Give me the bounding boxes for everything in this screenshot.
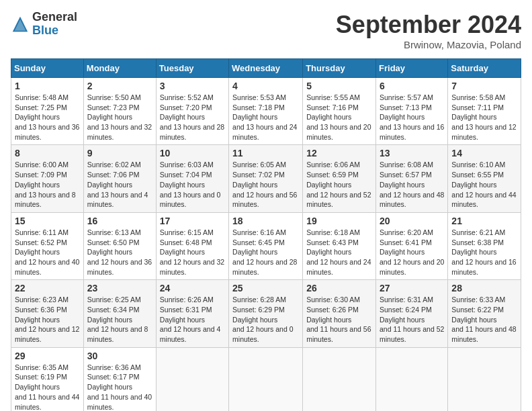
header-friday: Friday [376,59,448,78]
day-number: 27 [380,283,444,293]
day-info: Sunrise: 6:18 AM Sunset: 6:43 PM Dayligh… [306,228,372,277]
location: Brwinow, Mazovia, Poland [336,39,521,50]
header-tuesday: Tuesday [156,59,228,78]
day-info: Sunrise: 6:36 AM Sunset: 6:17 PM Dayligh… [87,363,152,411]
day-info: Sunrise: 5:55 AM Sunset: 7:16 PM Dayligh… [306,93,372,142]
day-info: Sunrise: 6:30 AM Sunset: 6:26 PM Dayligh… [306,295,372,344]
day-number: 1 [15,81,80,91]
day-number: 12 [306,148,372,158]
calendar-cell: 11 Sunrise: 6:05 AM Sunset: 7:02 PM Dayl… [229,145,303,212]
day-number: 26 [306,283,372,293]
header-sunday: Sunday [11,59,84,78]
day-info: Sunrise: 6:05 AM Sunset: 7:02 PM Dayligh… [232,160,299,209]
day-info: Sunrise: 6:28 AM Sunset: 6:29 PM Dayligh… [232,295,299,344]
day-info: Sunrise: 6:10 AM Sunset: 6:55 PM Dayligh… [451,160,517,209]
day-info: Sunrise: 6:13 AM Sunset: 6:50 PM Dayligh… [87,228,152,277]
calendar-cell: 24 Sunrise: 6:26 AM Sunset: 6:31 PM Dayl… [156,280,228,347]
day-info: Sunrise: 6:03 AM Sunset: 7:04 PM Dayligh… [160,160,225,209]
calendar-cell: 21 Sunrise: 6:21 AM Sunset: 6:38 PM Dayl… [448,212,521,279]
day-number: 16 [87,216,152,226]
calendar-cell: 3 Sunrise: 5:52 AM Sunset: 7:20 PM Dayli… [156,78,228,145]
calendar-cell: 9 Sunrise: 6:02 AM Sunset: 7:06 PM Dayli… [83,145,156,212]
day-number: 22 [15,283,80,293]
day-info: Sunrise: 5:48 AM Sunset: 7:25 PM Dayligh… [15,93,80,142]
calendar-cell: 6 Sunrise: 5:57 AM Sunset: 7:13 PM Dayli… [376,78,448,145]
day-number: 10 [160,148,225,158]
calendar-cell: 5 Sunrise: 5:55 AM Sunset: 7:16 PM Dayli… [303,78,376,145]
calendar-cell: 20 Sunrise: 6:20 AM Sunset: 6:41 PM Dayl… [376,212,448,279]
day-info: Sunrise: 6:35 AM Sunset: 6:19 PM Dayligh… [15,363,80,411]
day-number: 4 [232,81,299,91]
day-number: 25 [232,283,299,293]
calendar-cell: 28 Sunrise: 6:33 AM Sunset: 6:22 PM Dayl… [448,280,521,347]
calendar-cell: 27 Sunrise: 6:31 AM Sunset: 6:24 PM Dayl… [376,280,448,347]
day-info: Sunrise: 5:53 AM Sunset: 7:18 PM Dayligh… [232,93,299,142]
day-info: Sunrise: 6:21 AM Sunset: 6:38 PM Dayligh… [451,228,517,277]
calendar-cell: 10 Sunrise: 6:03 AM Sunset: 7:04 PM Dayl… [156,145,228,212]
day-header-row: Sunday Monday Tuesday Wednesday Thursday… [11,59,521,78]
calendar-cell: 13 Sunrise: 6:08 AM Sunset: 6:57 PM Dayl… [376,145,448,212]
calendar-cell: 23 Sunrise: 6:25 AM Sunset: 6:34 PM Dayl… [83,280,156,347]
day-number: 7 [451,81,517,91]
day-number: 19 [306,216,372,226]
day-info: Sunrise: 5:57 AM Sunset: 7:13 PM Dayligh… [380,93,444,142]
day-number: 23 [87,283,152,293]
month-title: September 2024 [336,11,521,39]
day-info: Sunrise: 6:26 AM Sunset: 6:31 PM Dayligh… [160,295,225,344]
calendar-cell [303,347,376,411]
calendar-row: 8 Sunrise: 6:00 AM Sunset: 7:09 PM Dayli… [11,145,521,212]
day-number: 21 [451,216,517,226]
day-number: 29 [15,351,80,361]
calendar-cell: 29 Sunrise: 6:35 AM Sunset: 6:19 PM Dayl… [11,347,84,411]
calendar-cell [376,347,448,411]
day-number: 9 [87,148,152,158]
calendar-cell: 30 Sunrise: 6:36 AM Sunset: 6:17 PM Dayl… [83,347,156,411]
calendar-row: 15 Sunrise: 6:11 AM Sunset: 6:52 PM Dayl… [11,212,521,279]
day-number: 28 [451,283,517,293]
day-number: 5 [306,81,372,91]
logo-general: General [32,11,77,24]
calendar-cell: 15 Sunrise: 6:11 AM Sunset: 6:52 PM Dayl… [11,212,84,279]
header-wednesday: Wednesday [229,59,303,78]
calendar-row: 29 Sunrise: 6:35 AM Sunset: 6:19 PM Dayl… [11,347,521,411]
day-number: 8 [15,148,80,158]
calendar-cell: 8 Sunrise: 6:00 AM Sunset: 7:09 PM Dayli… [11,145,84,212]
day-number: 2 [87,81,152,91]
logo-icon [11,15,30,34]
calendar-cell: 18 Sunrise: 6:16 AM Sunset: 6:45 PM Dayl… [229,212,303,279]
day-number: 6 [380,81,444,91]
day-info: Sunrise: 6:31 AM Sunset: 6:24 PM Dayligh… [380,295,444,344]
day-number: 20 [380,216,444,226]
calendar-cell: 22 Sunrise: 6:23 AM Sunset: 6:36 PM Dayl… [11,280,84,347]
calendar-row: 1 Sunrise: 5:48 AM Sunset: 7:25 PM Dayli… [11,78,521,145]
calendar-row: 22 Sunrise: 6:23 AM Sunset: 6:36 PM Dayl… [11,280,521,347]
logo-blue: Blue [32,24,77,38]
day-number: 17 [160,216,225,226]
calendar-cell [156,347,228,411]
day-info: Sunrise: 6:25 AM Sunset: 6:34 PM Dayligh… [87,295,152,344]
day-number: 30 [87,351,152,361]
day-info: Sunrise: 6:16 AM Sunset: 6:45 PM Dayligh… [232,228,299,277]
calendar-cell: 12 Sunrise: 6:06 AM Sunset: 6:59 PM Dayl… [303,145,376,212]
day-number: 15 [15,216,80,226]
day-info: Sunrise: 6:11 AM Sunset: 6:52 PM Dayligh… [15,228,80,277]
day-number: 11 [232,148,299,158]
calendar-cell: 16 Sunrise: 6:13 AM Sunset: 6:50 PM Dayl… [83,212,156,279]
day-info: Sunrise: 6:20 AM Sunset: 6:41 PM Dayligh… [380,228,444,277]
title-block: September 2024 Brwinow, Mazovia, Poland [336,11,521,50]
day-info: Sunrise: 6:15 AM Sunset: 6:48 PM Dayligh… [160,228,225,277]
header-saturday: Saturday [448,59,521,78]
day-info: Sunrise: 6:33 AM Sunset: 6:22 PM Dayligh… [451,295,517,344]
calendar-cell: 4 Sunrise: 5:53 AM Sunset: 7:18 PM Dayli… [229,78,303,145]
calendar-cell [448,347,521,411]
calendar-table: Sunday Monday Tuesday Wednesday Thursday… [11,58,521,411]
calendar-cell: 14 Sunrise: 6:10 AM Sunset: 6:55 PM Dayl… [448,145,521,212]
header-monday: Monday [83,59,156,78]
logo: General Blue [11,11,77,38]
calendar-cell: 25 Sunrise: 6:28 AM Sunset: 6:29 PM Dayl… [229,280,303,347]
day-info: Sunrise: 6:02 AM Sunset: 7:06 PM Dayligh… [87,160,152,209]
day-info: Sunrise: 6:00 AM Sunset: 7:09 PM Dayligh… [15,160,80,209]
day-number: 24 [160,283,225,293]
page-header: General Blue September 2024 Brwinow, Maz… [11,11,521,50]
calendar-cell [229,347,303,411]
